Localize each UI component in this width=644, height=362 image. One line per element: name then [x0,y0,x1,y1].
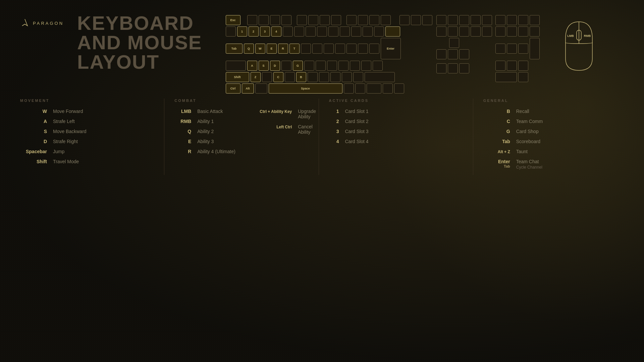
active-cards-section: ACTIVE CARDS 1 Card Slot 1 2 Card Slot 2… [322,99,470,175]
binding-action: Strafe Left [53,119,75,124]
binding-action: Basic Attack [197,109,223,114]
binding-row: Ctrl + Ability Key Upgrade Ability [248,109,325,119]
key-enter: Enter [381,38,401,59]
binding-key: 2 [329,119,339,124]
key-b: B [296,72,306,82]
binding-key: S [20,129,47,134]
binding-row: 2 Card Slot 2 [329,119,463,124]
binding-row: E Ability 3 [174,139,238,144]
binding-action: Card Shop [516,129,539,134]
keyboard-diagram: Esc [226,15,432,94]
binding-key: G [483,129,510,134]
binding-action: Ability 3 [197,139,214,144]
binding-action: Team Comm [516,119,543,124]
binding-action: Ability 1 [197,119,214,124]
binding-key: Ctrl + Ability Key [248,109,292,114]
binding-key: D [20,139,47,144]
binding-key: A [20,119,47,124]
binding-key: W [20,109,47,114]
combat-section: COMBAT LMB Basic Attack RMB Ability 1 Q … [168,99,315,175]
binding-action: Travel Mode [53,159,79,164]
binding-row: Alt + Z Taunt [483,149,617,154]
svg-text:RMB: RMB [584,34,591,38]
logo: PARAGON [20,18,64,28]
key-q: Q [244,44,254,54]
binding-row: 4 Card Slot 4 [329,139,463,144]
key-2: 2 [249,26,259,37]
binding-key: RMB [174,119,191,124]
binding-row: LMB Basic Attack [174,109,238,114]
binding-key: 3 [329,129,339,134]
binding-action: Jump [53,149,64,154]
binding-key: Q [174,129,191,134]
key-s: S [259,61,269,71]
section-divider [319,99,319,175]
binding-key: Alt + Z [483,149,510,154]
binding-action: Upgrade Ability [298,109,325,119]
key-c: C [273,72,283,82]
binding-row: Tab Scoreboard [483,139,617,144]
page-title: KEYBOARDAND MOUSELAYOUT [77,13,202,72]
binding-row: C Team Comm [483,119,617,124]
binding-key: R [174,149,191,154]
key-z: Z [251,72,261,82]
binding-action: Card Slot 4 [345,139,369,144]
key-ctrl: Ctrl [226,83,240,94]
svg-text:LMB: LMB [567,34,574,38]
binding-action: Cancel Ability [298,124,325,135]
mouse-diagram: LMB RMB [560,18,597,73]
binding-row: Q Ability 2 [174,129,238,134]
binding-row: W Move Forward [20,109,154,114]
binding-row: 3 Card Slot 3 [329,129,463,134]
binding-action: Move Forward [53,109,83,114]
binding-key-secondary: Tab [483,164,510,168]
binding-action: Card Slot 1 [345,109,369,114]
binding-action-primary: Team Chat [516,159,542,164]
key-3: 3 [260,26,270,37]
binding-row: Shift Travel Mode [20,159,154,164]
key-esc: Esc [226,15,240,25]
binding-row: R Ability 4 (Ultimate) [174,149,238,154]
binding-key: 4 [329,139,339,144]
binding-action: Ability 2 [197,129,214,134]
binding-key-primary: Enter [483,159,510,164]
binding-key: C [483,119,510,124]
key-r: R [278,44,288,54]
active-cards-title: ACTIVE CARDS [329,99,463,103]
binding-key: Tab [483,139,510,144]
binding-key: Spacebar [20,149,47,154]
binding-row: RMB Ability 1 [174,119,238,124]
key-1: 1 [237,26,247,37]
binding-key: Shift [20,159,47,164]
key-g: G [293,61,303,71]
general-section: GENERAL B Recall C Team Comm G Card Shop… [477,99,624,175]
binding-action: Taunt [516,149,528,154]
paragon-logo-icon [20,18,30,28]
key-backspace [385,26,400,37]
binding-key: LMB [174,109,191,114]
binding-row-double: Enter Tab Team Chat Cycle Channel [483,159,617,170]
binding-key: 1 [329,109,339,114]
binding-key: Left Ctrl [248,125,292,129]
movement-title: MOVEMENT [20,99,154,103]
binding-row: A Strafe Left [20,119,154,124]
key-shift: Shift [226,72,249,82]
binding-row: D Strafe Right [20,139,154,144]
key-alt: Alt [242,83,254,94]
general-title: GENERAL [483,99,617,103]
binding-action: Card Slot 3 [345,129,369,134]
binding-action: Ability 4 (Ultimate) [197,149,235,154]
binding-action: Recall [516,109,529,114]
section-divider [164,99,164,175]
key-e: E [267,44,277,54]
section-divider [473,99,473,175]
binding-row: G Card Shop [483,129,617,134]
key-4: 4 [271,26,281,37]
binding-action: Card Slot 2 [345,119,369,124]
key-w: W [255,44,265,54]
logo-text: PARAGON [33,21,64,26]
binding-key: E [174,139,191,144]
binding-action-secondary: Cycle Channel [516,165,542,170]
binding-action: Scoreboard [516,139,540,144]
binding-row: S Move Backward [20,129,154,134]
